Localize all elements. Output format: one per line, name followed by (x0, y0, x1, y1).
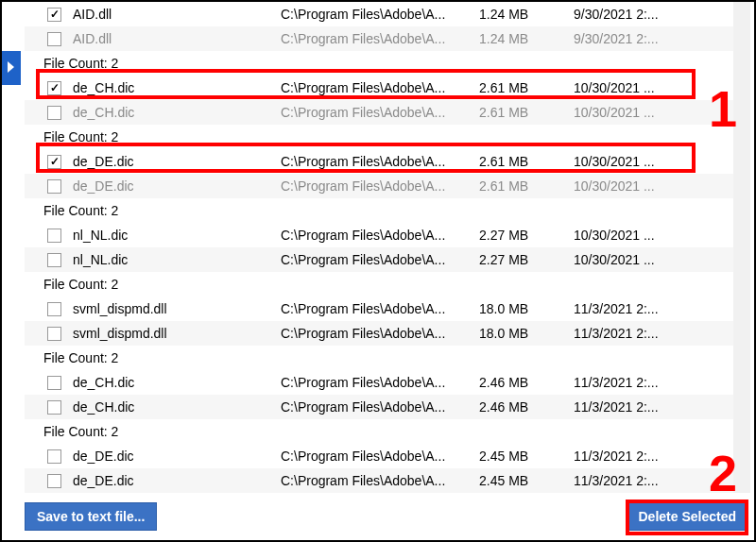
file-date: 10/30/2021 ... (574, 154, 733, 169)
file-name: de_CH.dic (73, 105, 281, 120)
file-name: de_DE.dic (73, 473, 281, 488)
table-row[interactable]: de_DE.dicC:\Program Files\Adobe\A...2.45… (25, 468, 733, 493)
file-size: 1.24 MB (479, 7, 574, 22)
file-path: C:\Program Files\Adobe\A... (281, 449, 479, 464)
table-row[interactable]: de_CH.dicC:\Program Files\Adobe\A...2.46… (25, 395, 733, 419)
chevron-right-icon (7, 60, 16, 76)
file-size: 2.61 MB (479, 80, 574, 95)
table-row[interactable]: nl_NL.dicC:\Program Files\Adobe\A...2.27… (25, 247, 733, 272)
file-name: de_CH.dic (73, 399, 281, 415)
footer-bar: Save to text file... Delete Selected (25, 499, 748, 534)
table-row[interactable]: de_DE.dicC:\Program Files\Adobe\A...2.45… (25, 444, 733, 468)
group-count-label: File Count: 2 (25, 125, 733, 149)
row-checkbox[interactable] (47, 449, 61, 464)
file-name: de_DE.dic (73, 449, 281, 464)
file-path: C:\Program Files\Adobe\A... (281, 399, 479, 415)
table-row[interactable]: de_CH.dicC:\Program Files\Adobe\A...2.61… (25, 100, 733, 125)
file-size: 18.0 MB (479, 301, 574, 316)
file-name: de_DE.dic (73, 154, 281, 169)
file-path: C:\Program Files\Adobe\A... (281, 301, 479, 316)
file-date: 11/3/2021 2:... (574, 326, 733, 341)
file-size: 18.0 MB (479, 326, 574, 341)
table-row[interactable]: svml_dispmd.dllC:\Program Files\Adobe\A.… (25, 296, 733, 321)
file-size: 2.61 MB (479, 178, 574, 194)
delete-selected-button[interactable]: Delete Selected (627, 502, 749, 531)
table-row[interactable]: de_DE.dicC:\Program Files\Adobe\A...2.61… (25, 174, 733, 198)
group-count-label: File Count: 2 (25, 198, 733, 223)
file-size: 2.27 MB (479, 252, 574, 267)
file-name: de_DE.dic (73, 178, 281, 194)
file-name: nl_NL.dic (73, 228, 281, 243)
row-checkbox[interactable] (47, 302, 61, 316)
file-date: 11/3/2021 2:... (574, 449, 733, 464)
row-checkbox[interactable] (47, 229, 61, 243)
file-size: 2.61 MB (479, 154, 574, 169)
row-checkbox[interactable] (47, 155, 61, 169)
table-row[interactable]: AID.dllC:\Program Files\Adobe\A...1.24 M… (25, 2, 733, 26)
table-row[interactable]: de_CH.dicC:\Program Files\Adobe\A...2.46… (25, 370, 733, 395)
file-date: 9/30/2021 2:... (574, 7, 733, 22)
row-checkbox[interactable] (47, 8, 61, 22)
row-checkbox[interactable] (47, 81, 61, 95)
file-path: C:\Program Files\Adobe\A... (281, 105, 479, 120)
file-path: C:\Program Files\Adobe\A... (281, 252, 479, 267)
file-date: 10/30/2021 ... (574, 80, 733, 95)
file-date: 11/3/2021 2:... (574, 301, 733, 316)
file-date: 10/30/2021 ... (574, 105, 733, 120)
file-path: C:\Program Files\Adobe\A... (281, 375, 479, 390)
duplicate-file-list: AID.dllC:\Program Files\Adobe\A...1.24 M… (25, 2, 750, 493)
file-date: 9/30/2021 2:... (574, 31, 733, 46)
file-name: AID.dll (73, 31, 281, 46)
file-path: C:\Program Files\Adobe\A... (281, 473, 479, 488)
file-name: svml_dispmd.dll (73, 301, 281, 316)
file-size: 1.24 MB (479, 31, 574, 46)
file-size: 2.27 MB (479, 228, 574, 243)
row-checkbox[interactable] (47, 474, 61, 488)
group-count-label: File Count: 2 (25, 346, 733, 370)
table-row[interactable]: svml_dispmd.dllC:\Program Files\Adobe\A.… (25, 321, 733, 346)
file-path: C:\Program Files\Adobe\A... (281, 326, 479, 341)
file-path: C:\Program Files\Adobe\A... (281, 228, 479, 243)
file-path: C:\Program Files\Adobe\A... (281, 154, 479, 169)
row-checkbox[interactable] (47, 253, 61, 267)
group-count-label: File Count: 2 (25, 419, 733, 444)
row-checkbox[interactable] (47, 400, 61, 415)
file-date: 11/3/2021 2:... (574, 473, 733, 488)
table-row[interactable]: de_CH.dicC:\Program Files\Adobe\A...2.61… (25, 76, 733, 100)
file-size: 2.61 MB (479, 105, 574, 120)
file-name: AID.dll (73, 7, 281, 22)
file-path: C:\Program Files\Adobe\A... (281, 80, 479, 95)
file-date: 10/30/2021 ... (574, 178, 733, 194)
file-size: 2.46 MB (479, 375, 574, 390)
table-row[interactable]: de_DE.dicC:\Program Files\Adobe\A...2.61… (25, 149, 733, 174)
row-checkbox[interactable] (47, 106, 61, 120)
file-path: C:\Program Files\Adobe\A... (281, 7, 479, 22)
group-count-label: File Count: 2 (25, 272, 733, 296)
row-checkbox[interactable] (47, 376, 61, 390)
table-row[interactable]: AID.dllC:\Program Files\Adobe\A...1.24 M… (25, 26, 733, 51)
file-size: 2.45 MB (479, 473, 574, 488)
row-checkbox[interactable] (47, 327, 61, 341)
file-name: de_CH.dic (73, 375, 281, 390)
file-date: 11/3/2021 2:... (574, 399, 733, 415)
row-checkbox[interactable] (47, 32, 61, 46)
file-date: 10/30/2021 ... (574, 228, 733, 243)
row-checkbox[interactable] (47, 179, 61, 194)
table-row[interactable]: nl_NL.dicC:\Program Files\Adobe\A...2.27… (25, 223, 733, 247)
file-name: de_CH.dic (73, 80, 281, 95)
file-name: nl_NL.dic (73, 252, 281, 267)
expand-side-panel[interactable] (2, 51, 21, 85)
file-size: 2.46 MB (479, 399, 574, 415)
file-path: C:\Program Files\Adobe\A... (281, 31, 479, 46)
group-count-label: File Count: 2 (25, 51, 733, 76)
file-path: C:\Program Files\Adobe\A... (281, 178, 479, 194)
file-name: svml_dispmd.dll (73, 326, 281, 341)
file-size: 2.45 MB (479, 449, 574, 464)
save-to-text-button[interactable]: Save to text file... (25, 502, 157, 531)
file-date: 11/3/2021 2:... (574, 375, 733, 390)
file-date: 10/30/2021 ... (574, 252, 733, 267)
